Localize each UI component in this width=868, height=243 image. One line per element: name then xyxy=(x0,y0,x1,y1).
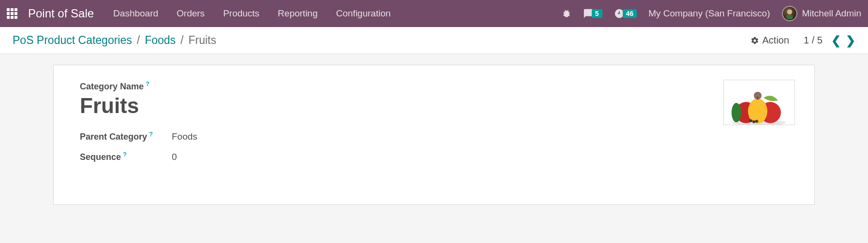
gear-icon xyxy=(750,36,759,45)
user-name: Mitchell Admin xyxy=(802,8,862,19)
category-image[interactable] xyxy=(723,80,795,125)
activities-button[interactable]: 46 xyxy=(614,8,637,19)
svg-point-6 xyxy=(732,103,741,122)
nav-links: Dashboard Orders Products Reporting Conf… xyxy=(113,8,390,19)
svg-point-0 xyxy=(787,9,792,14)
nav-reporting[interactable]: Reporting xyxy=(278,8,317,19)
nav-products[interactable]: Products xyxy=(223,8,259,19)
nav-orders[interactable]: Orders xyxy=(177,8,205,19)
pager-prev[interactable]: ❮ xyxy=(831,35,841,46)
app-brand[interactable]: Point of Sale xyxy=(28,7,94,20)
breadcrumb-sep: / xyxy=(180,34,183,47)
svg-point-9 xyxy=(749,119,752,122)
control-bar: PoS Product Categories / Foods / Fruits … xyxy=(0,27,868,54)
breadcrumb-root[interactable]: PoS Product Categories xyxy=(13,34,132,47)
svg-point-11 xyxy=(755,120,758,123)
fruits-icon xyxy=(728,86,791,125)
svg-rect-1 xyxy=(786,14,793,20)
breadcrumb-parent[interactable]: Foods xyxy=(145,34,176,47)
apps-icon[interactable] xyxy=(7,8,17,19)
activities-badge: 46 xyxy=(623,9,637,18)
nav-dashboard[interactable]: Dashboard xyxy=(113,8,158,19)
debug-icon[interactable] xyxy=(562,9,571,18)
category-name-label: Category Name ? xyxy=(80,82,515,92)
category-name-value[interactable]: Fruits xyxy=(80,94,515,118)
breadcrumb-sep: / xyxy=(137,34,140,47)
nav-configuration[interactable]: Configuration xyxy=(336,8,391,19)
messages-badge: 5 xyxy=(592,9,602,18)
company-selector[interactable]: My Company (San Francisco) xyxy=(648,8,770,19)
action-button[interactable]: Action xyxy=(750,35,789,46)
avatar xyxy=(782,6,797,21)
help-icon[interactable]: ? xyxy=(123,151,127,158)
form-sheet: Category Name ? Fruits Parent Category ?… xyxy=(53,65,815,205)
svg-point-10 xyxy=(752,120,755,123)
help-icon[interactable]: ? xyxy=(146,80,150,87)
messages-button[interactable]: 5 xyxy=(583,8,602,19)
sequence-label: Sequence ? xyxy=(80,152,172,162)
action-label: Action xyxy=(762,35,789,46)
user-menu[interactable]: Mitchell Admin xyxy=(782,6,862,21)
pager-next[interactable]: ❯ xyxy=(846,35,855,46)
parent-category-value[interactable]: Foods xyxy=(172,131,197,142)
pager: 1 / 5 ❮ ❯ xyxy=(804,35,855,46)
help-icon[interactable]: ? xyxy=(149,130,153,138)
sequence-value[interactable]: 0 xyxy=(172,152,177,162)
parent-category-label: Parent Category ? xyxy=(80,132,172,142)
top-navbar: Point of Sale Dashboard Orders Products … xyxy=(0,0,868,27)
breadcrumb-current: Fruits xyxy=(188,34,216,47)
breadcrumb: PoS Product Categories / Foods / Fruits xyxy=(13,34,216,47)
pager-text: 1 / 5 xyxy=(804,35,823,46)
